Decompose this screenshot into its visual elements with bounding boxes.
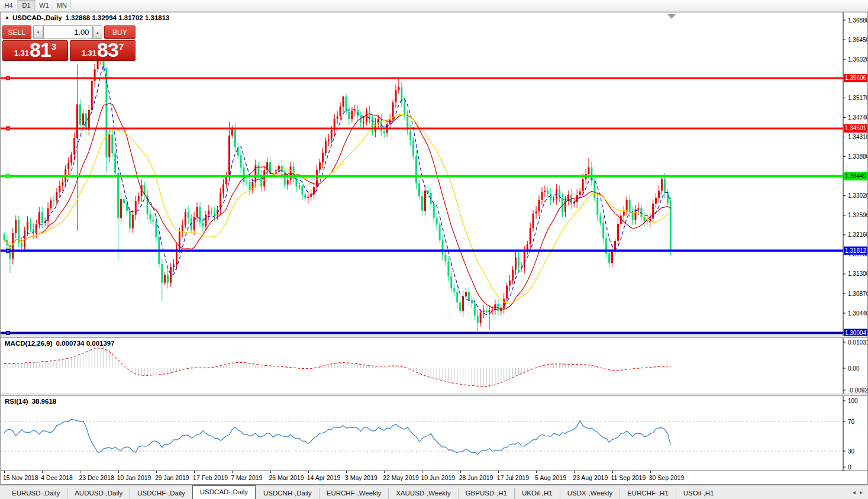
candlestick (351, 111, 353, 119)
candlestick (503, 299, 505, 309)
chart-shift-marker-icon[interactable] (667, 14, 676, 19)
candlestick (129, 211, 131, 228)
rsi-title: RSI(14)38.9618 (5, 398, 56, 405)
candlestick (21, 243, 22, 247)
tab-usdx-weekly[interactable]: USDX-,Weekly (560, 488, 619, 499)
candlestick (395, 90, 397, 102)
price-axis-label: 1.34740 (848, 114, 867, 121)
candlestick (91, 81, 93, 110)
candlestick (588, 168, 590, 174)
sell-price-button[interactable]: 1.31 81 3 (2, 40, 68, 61)
candlestick (535, 211, 537, 214)
candlestick (360, 116, 362, 123)
candlestick (436, 218, 438, 225)
collapse-trade-widget-icon[interactable]: ▲ (5, 15, 9, 20)
buy-button[interactable]: BUY (104, 25, 135, 39)
date-tick (574, 471, 575, 473)
candlestick (670, 202, 672, 250)
date-axis-label: 14 Apr 2019 (307, 474, 341, 481)
candlestick (617, 224, 619, 241)
candlestick (661, 179, 663, 191)
ma-line-13 (4, 103, 670, 309)
price-axis-label: 1.31300 (848, 271, 867, 277)
candlestick (489, 310, 491, 312)
rsi-axis-label: 30 (848, 448, 855, 455)
tab-eurchf-weekly[interactable]: EURCHF-,Weekly (319, 488, 388, 499)
candlestick (331, 130, 333, 139)
date-tick (80, 471, 80, 473)
tab-usdcad-daily[interactable]: USDCAD-,Daily (192, 485, 256, 499)
candlestick (4, 234, 5, 240)
date-axis-label: 29 Jan 2019 (155, 474, 189, 481)
tab-eurchf-h1[interactable]: EURCHF-,H1 (619, 488, 676, 499)
tab-ukoil-h1[interactable]: UKOil-,H1 (514, 488, 560, 499)
timeframe-button-mn[interactable]: MN (53, 0, 71, 11)
date-axis-label: 15 Nov 2018 (3, 474, 38, 481)
date-tick (4, 471, 5, 473)
date-axis-label: 10 Jan 2019 (117, 474, 151, 481)
volume-increase-button[interactable]: ▲ (93, 25, 102, 39)
price-axis-label: 1.36880 (848, 17, 867, 24)
tab-usdchf-daily[interactable]: USDCHF-,Daily (130, 488, 192, 499)
candlestick (76, 104, 78, 138)
tab-gbpusd-h1[interactable]: GBPUSD-,H1 (458, 488, 514, 499)
date-axis-label: 22 May 2019 (383, 474, 419, 481)
candlestick (340, 107, 341, 117)
candlestick (70, 154, 72, 162)
tab-xauusd-weekly[interactable]: XAUUSD-,Weekly (388, 488, 457, 499)
candlestick (319, 162, 321, 170)
candlestick (132, 215, 134, 228)
timeframe-button-w1[interactable]: W1 (36, 0, 53, 11)
timeframe-button-d1[interactable]: D1 (18, 0, 36, 11)
rsi-line (4, 419, 670, 455)
macd-name-label: MACD(12,26,9) (5, 340, 53, 347)
candlestick (182, 226, 183, 232)
volume-decrease-button[interactable]: ▼ (33, 25, 43, 39)
volume-input[interactable] (43, 25, 93, 39)
candlestick (307, 197, 309, 198)
candlestick (480, 313, 482, 323)
candlestick (53, 201, 55, 202)
date-axis-label: 26 Mar 2019 (269, 474, 304, 481)
rsi-name-label: RSI(14) (5, 398, 28, 405)
tab-scroll-left-icon[interactable]: ◂ (853, 489, 856, 495)
candlestick (155, 221, 157, 237)
candlestick (185, 212, 186, 226)
candlestick (348, 112, 350, 119)
chart-window: 1.368801.364501.360201.355901.351701.347… (0, 12, 868, 485)
hline-anchor-dot (8, 78, 9, 79)
candlestick (237, 147, 239, 155)
price-axis-label: 1.36450 (848, 37, 867, 43)
sell-button[interactable]: SELL (2, 25, 31, 39)
timeframe-button-h4[interactable]: H4 (0, 0, 18, 11)
candlestick (337, 117, 338, 119)
candlestick (635, 210, 637, 220)
candlestick (541, 192, 543, 200)
candlestick (599, 215, 601, 223)
candlestick (369, 111, 370, 118)
candlestick (67, 163, 69, 169)
tab-eurusd-daily[interactable]: EURUSD-,Daily (5, 488, 67, 499)
date-tick (270, 471, 271, 473)
candlestick (404, 102, 405, 114)
candlestick (27, 222, 28, 230)
candlestick (544, 191, 546, 192)
candlestick (424, 191, 426, 211)
buy-price-button[interactable]: 1.31 83 7 (70, 40, 135, 61)
candlestick (12, 233, 14, 259)
tab-audusd-daily[interactable]: AUDUSD-,Daily (67, 488, 130, 499)
candlestick (296, 179, 298, 187)
date-axis-label: 3 May 2019 (345, 474, 377, 481)
candlestick (456, 292, 458, 302)
candlestick (433, 204, 435, 218)
tab-scroll-right-icon[interactable]: ▸ (860, 489, 863, 495)
candlestick (579, 191, 581, 195)
tab-usdcnh-daily[interactable]: USDCNH-,Daily (256, 488, 319, 499)
candlestick (313, 187, 315, 194)
candlestick (325, 141, 327, 153)
candlestick (79, 104, 81, 125)
tab-usoil-h1[interactable]: USOil-,H1 (676, 488, 721, 499)
candlestick (108, 134, 110, 157)
one-click-trade-widget: SELL ▼ ▲ BUY 1.31 81 3 1.31 (2, 25, 135, 61)
candlestick (401, 87, 402, 102)
